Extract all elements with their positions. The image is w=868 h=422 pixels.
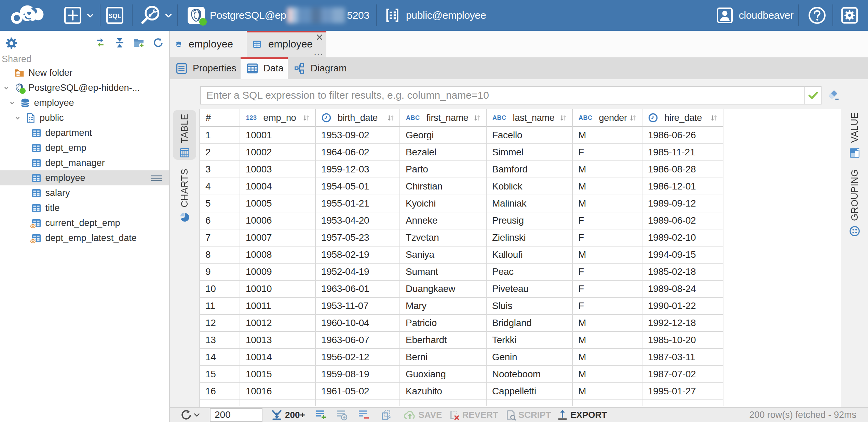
revert-button[interactable]: REVERT [448, 409, 498, 421]
cell-gender[interactable]: M [573, 127, 642, 144]
cell-gender[interactable]: F [573, 144, 642, 161]
cell-first_name[interactable]: Kazuhito [400, 383, 487, 400]
tree-item-dept-emp[interactable]: dept_emp [0, 140, 169, 155]
cell-birth_date[interactable]: 1953-04-20 [316, 212, 400, 229]
cell-last_name[interactable]: Kalloufi [487, 247, 573, 264]
cell-birth_date[interactable]: 1953-11-07 [316, 298, 400, 315]
drag-grabber-icon[interactable] [151, 174, 162, 182]
tab-diagram[interactable]: Diagram [288, 57, 351, 79]
row-limit-input[interactable] [210, 408, 262, 422]
save-button[interactable]: SAVE [404, 409, 442, 421]
cell-first_name[interactable]: Berni [400, 349, 487, 366]
cell-last_name[interactable]: Zielinski [487, 229, 573, 247]
sql-filter-input[interactable] [200, 86, 805, 104]
cell-first_name[interactable]: Guoxiang [400, 366, 487, 383]
cell-gender[interactable]: M [573, 383, 642, 400]
cell-first_name[interactable]: Georgi [400, 127, 487, 144]
duplicate-row-icon[interactable] [336, 409, 348, 421]
row-number-cell[interactable]: 16 [200, 383, 240, 400]
tree-item-title[interactable]: title [0, 200, 169, 215]
cell-last_name[interactable]: Nooteboom [487, 366, 573, 383]
cell-hire_date[interactable]: 1994-09-15 [642, 247, 723, 264]
cell-hire_date[interactable]: 1986-06-26 [642, 127, 723, 144]
cell-gender[interactable]: F [573, 212, 642, 229]
cell-hire_date[interactable]: 1985-10-20 [642, 332, 723, 349]
script-button[interactable]: SCRIPT [505, 409, 551, 421]
column-header-first_name[interactable]: ABCfirst_name [400, 109, 487, 127]
cell-first_name[interactable]: Saniya [400, 247, 487, 264]
cell-last_name[interactable]: Simmel [487, 144, 573, 161]
cell-hire_date[interactable]: 1995-01-27 [642, 383, 723, 400]
tree-item-dept-emp-latest-date[interactable]: dept_emp_latest_date [0, 230, 169, 245]
cell-first_name[interactable]: Bezalel [400, 144, 487, 161]
cell-birth_date[interactable]: 1959-08-19 [316, 366, 400, 383]
row-number-cell[interactable]: 13 [200, 332, 240, 349]
cell-gender[interactable]: M [573, 332, 642, 349]
row-number-cell[interactable]: 6 [200, 212, 240, 229]
close-tab-icon[interactable] [316, 33, 323, 41]
refresh-results-button[interactable] [180, 409, 201, 421]
cell-emp_no[interactable]: 10012 [240, 315, 316, 332]
row-number-cell[interactable]: 3 [200, 161, 240, 178]
page-tab-employee-database[interactable]: employee [170, 31, 247, 57]
cell-emp_no[interactable]: 10010 [240, 281, 316, 298]
rail-tab-charts[interactable]: CHARTS [179, 169, 190, 223]
sort-icon[interactable] [708, 114, 717, 122]
cell-birth_date[interactable]: 1961-05-02 [316, 383, 400, 400]
tree-item-employee[interactable]: employee [0, 95, 169, 110]
cell-hire_date[interactable]: 1989-08-24 [642, 281, 723, 298]
row-number-cell[interactable]: 10 [200, 281, 240, 298]
refresh-tree-icon[interactable] [153, 37, 164, 48]
cell-last_name[interactable]: Cappelletti [487, 383, 573, 400]
rail-tab-table[interactable]: TABLE [173, 110, 196, 160]
cell-hire_date[interactable]: 1986-12-01 [642, 178, 723, 195]
cell-emp_no[interactable]: 10014 [240, 349, 316, 366]
cell-birth_date[interactable]: 1954-05-01 [316, 178, 400, 195]
cell-last_name[interactable]: Bamford [487, 161, 573, 178]
tree-item-dept-manager[interactable]: dept_manager [0, 155, 169, 170]
cell-hire_date[interactable]: 1989-02-10 [642, 229, 723, 247]
cell-birth_date[interactable]: 1955-01-21 [316, 195, 400, 212]
cell-hire_date[interactable]: 1987-03-11 [642, 349, 723, 366]
cell-emp_no[interactable]: 10007 [240, 229, 316, 247]
cell-first_name[interactable]: Kyoichi [400, 195, 487, 212]
cell-last_name[interactable]: Genin [487, 349, 573, 366]
cell-emp_no[interactable]: 10006 [240, 212, 316, 229]
cell-birth_date[interactable]: 1963-06-07 [316, 332, 400, 349]
cell-birth_date[interactable]: 1952-04-19 [316, 264, 400, 281]
cell-last_name[interactable]: Sluis [487, 298, 573, 315]
cell-birth_date[interactable]: 1953-09-02 [316, 127, 400, 144]
sort-icon[interactable] [471, 114, 480, 122]
cell-birth_date[interactable]: 1960-10-04 [316, 315, 400, 332]
cell-birth_date[interactable]: 1963-06-01 [316, 281, 400, 298]
sync-connections-icon[interactable] [95, 37, 106, 48]
cell-hire_date[interactable]: 1992-12-18 [642, 315, 723, 332]
cell-birth_date[interactable]: 1964-06-02 [316, 144, 400, 161]
cell-last_name[interactable]: Maliniak [487, 195, 573, 212]
cell-emp_no[interactable]: 10008 [240, 247, 316, 264]
sort-icon[interactable] [557, 114, 567, 122]
tab-data[interactable]: Data [241, 57, 288, 79]
cell-gender[interactable]: F [573, 229, 642, 247]
apply-filter-button[interactable] [804, 86, 822, 104]
tree-item-new-folder[interactable]: New folder [0, 65, 169, 80]
cell-first_name[interactable]: Parto [400, 161, 487, 178]
row-number-cell[interactable]: 1 [200, 127, 240, 144]
cell-first_name[interactable]: Patricio [400, 315, 487, 332]
tree-item-public[interactable]: public [0, 110, 169, 125]
cell-first_name[interactable]: Eberhardt [400, 332, 487, 349]
cell-gender[interactable]: M [573, 161, 642, 178]
cell-hire_date[interactable]: 1985-11-21 [642, 144, 723, 161]
cell-gender[interactable]: F [573, 281, 642, 298]
cell-first_name[interactable]: Mary [400, 298, 487, 315]
column-header-emp_no[interactable]: 123emp_no [240, 109, 316, 127]
cell-hire_date[interactable]: 1989-06-02 [642, 212, 723, 229]
column-header-last_name[interactable]: ABClast_name [487, 109, 573, 127]
cell-gender[interactable]: M [573, 178, 642, 195]
tree-item-employee[interactable]: employee [0, 170, 169, 185]
cell-gender[interactable]: M [573, 247, 642, 264]
tree-item-department[interactable]: department [0, 125, 169, 140]
row-number-cell[interactable]: 2 [200, 144, 240, 161]
sort-icon[interactable] [300, 114, 310, 122]
sort-icon[interactable] [384, 114, 394, 122]
